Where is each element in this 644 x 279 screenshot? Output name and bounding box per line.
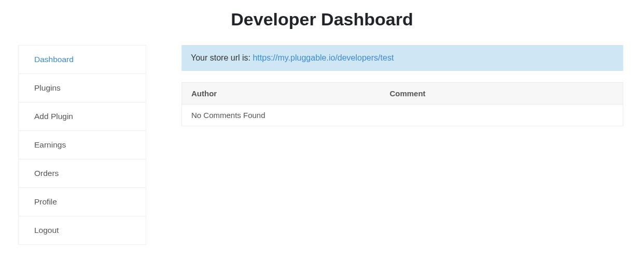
page-title: Developer Dashboard [0, 0, 644, 45]
table-empty-message: No Comments Found [182, 105, 623, 126]
sidebar-item-add-plugin[interactable]: Add Plugin [18, 102, 146, 131]
comments-table: Author Comment No Comments Found [181, 82, 623, 126]
container: Dashboard Plugins Add Plugin Earnings Or… [0, 45, 644, 245]
sidebar-item-earnings[interactable]: Earnings [18, 131, 146, 159]
sidebar-item-logout[interactable]: Logout [18, 216, 146, 245]
sidebar-item-profile[interactable]: Profile [18, 188, 146, 216]
store-url-link[interactable]: https://my.pluggable.io/developers/test [253, 53, 394, 62]
table-header-author: Author [182, 83, 381, 105]
table-row: No Comments Found [182, 105, 623, 126]
store-url-prefix: Your store url is: [191, 53, 253, 62]
store-url-alert: Your store url is: https://my.pluggable.… [181, 45, 623, 71]
main-content: Your store url is: https://my.pluggable.… [181, 45, 634, 126]
sidebar: Dashboard Plugins Add Plugin Earnings Or… [18, 45, 146, 245]
sidebar-item-dashboard[interactable]: Dashboard [18, 45, 146, 74]
table-header-comment: Comment [380, 83, 623, 105]
sidebar-item-plugins[interactable]: Plugins [18, 74, 146, 102]
sidebar-item-orders[interactable]: Orders [18, 159, 146, 188]
